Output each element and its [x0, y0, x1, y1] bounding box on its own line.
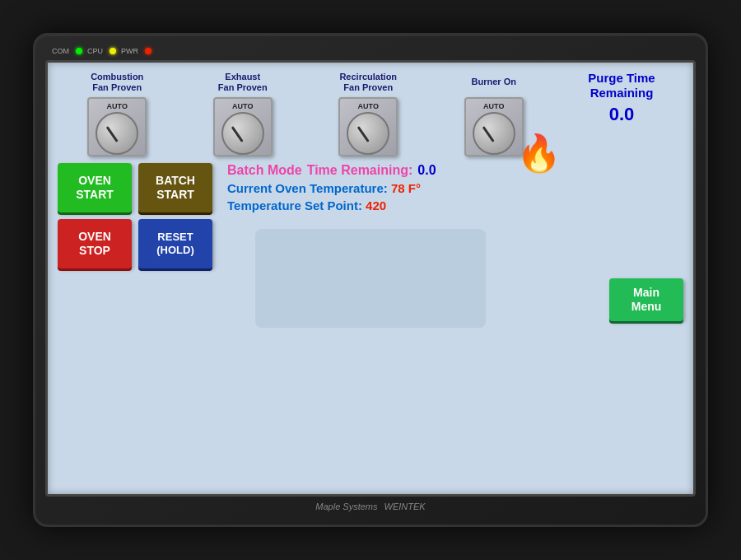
combustion-fan-label: CombustionFan Proven	[91, 71, 143, 94]
recirculation-fan-box: RecirculationFan Proven AUTO	[309, 71, 428, 156]
screen-middle-row: OVENSTART BATCHSTART OVENSTOP RESET(HOLD…	[58, 163, 683, 268]
device-footer: Maple Systems WEINTEK	[45, 497, 696, 511]
brand-weintek: WEINTEK	[384, 502, 426, 511]
flame-icon: 🔥	[516, 135, 562, 171]
screen-bottom-row: MainMenu	[58, 278, 683, 321]
combustion-fan-box: CombustionFan Proven AUTO	[58, 71, 177, 156]
burner-dial-circle	[473, 112, 515, 155]
purge-time-value: 0.0	[560, 104, 683, 125]
burner-dial-line	[482, 126, 495, 142]
batch-mode-row: Batch Mode Time Remaining: 0.0	[227, 163, 436, 178]
exhaust-fan-label: ExhaustFan Proven	[218, 71, 268, 94]
combustion-dial-line	[105, 126, 118, 142]
exhaust-fan-dial[interactable]: AUTO	[213, 97, 273, 156]
batch-start-button[interactable]: BATCHSTART	[138, 163, 212, 212]
exhaust-fan-box: ExhaustFan Proven AUTO	[184, 71, 303, 156]
device-panel: COM CPU PWR CombustionFan Proven AUTO	[33, 33, 708, 527]
brand-maple: Maple Systems	[315, 502, 377, 511]
purge-time-label: Purge TimeRemaining	[560, 71, 683, 100]
exhaust-dial-line	[231, 126, 244, 142]
recirculation-dial-line	[357, 126, 369, 142]
com-label: COM	[52, 47, 69, 55]
set-point-value: 420	[366, 198, 386, 212]
recirculation-fan-dial[interactable]: AUTO	[338, 97, 398, 156]
burner-on-label: Burner On	[472, 71, 516, 94]
screen-top-row: CombustionFan Proven AUTO ExhaustFan Pro…	[58, 71, 683, 156]
recirculation-dial-circle	[347, 112, 389, 155]
recirculation-dial-auto: AUTO	[358, 102, 379, 110]
main-menu-button[interactable]: MainMenu	[609, 278, 683, 321]
led-group: COM CPU PWR	[52, 47, 151, 55]
batch-mode-label: Batch Mode	[227, 163, 302, 178]
burner-on-dial[interactable]: AUTO	[464, 97, 524, 156]
cpu-label: CPU	[87, 47, 103, 55]
control-buttons: OVENSTART BATCHSTART OVENSTOP RESET(HOLD…	[58, 163, 212, 268]
oven-stop-button[interactable]: OVENSTOP	[58, 219, 132, 268]
fan-proven-section: CombustionFan Proven AUTO ExhaustFan Pro…	[58, 71, 553, 156]
cpu-led	[110, 48, 116, 54]
start-buttons-row: OVENSTART BATCHSTART	[58, 163, 212, 212]
oven-start-button[interactable]: OVENSTART	[58, 163, 132, 212]
oven-temp-row: Current Oven Temperature: 78 F°	[227, 181, 421, 195]
reset-hold-button[interactable]: RESET(HOLD)	[138, 219, 212, 268]
oven-temp-value: 78 F°	[391, 181, 421, 195]
hmi-screen: CombustionFan Proven AUTO ExhaustFan Pro…	[45, 60, 696, 497]
time-remaining-value: 0.0	[417, 163, 436, 178]
com-led	[76, 48, 82, 54]
burner-dial-auto: AUTO	[483, 102, 504, 110]
purge-time-section: Purge TimeRemaining 0.0	[560, 71, 683, 156]
pwr-led	[145, 48, 151, 54]
stop-buttons-row: OVENSTOP RESET(HOLD)	[58, 219, 212, 268]
time-remaining-label: Time Remaining:	[307, 163, 413, 178]
set-point-row: Temperature Set Point: 420	[227, 198, 386, 212]
exhaust-dial-auto: AUTO	[232, 102, 253, 110]
set-point-label: Temperature Set Point:	[227, 198, 362, 212]
oven-temp-label: Current Oven Temperature:	[227, 181, 388, 195]
exhaust-dial-circle	[221, 112, 264, 155]
combustion-fan-dial[interactable]: AUTO	[87, 97, 147, 156]
recirculation-fan-label: RecirculationFan Proven	[339, 71, 397, 94]
combustion-dial-auto: AUTO	[107, 102, 128, 110]
top-bar: COM CPU PWR	[45, 44, 696, 60]
combustion-dial-circle	[96, 112, 138, 155]
pwr-label: PWR	[121, 47, 138, 55]
info-panel: Batch Mode Time Remaining: 0.0 Current O…	[219, 163, 683, 212]
